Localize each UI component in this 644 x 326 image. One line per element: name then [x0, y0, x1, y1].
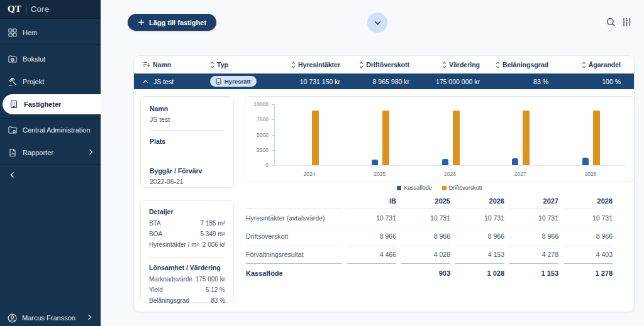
column-header-vardering[interactable]: Värdering — [409, 61, 480, 68]
sidebar-item-hem[interactable]: Hem — [0, 21, 101, 44]
detail-value: 5 349 m² — [201, 231, 225, 237]
legend-item: Driftöverskott — [442, 185, 482, 191]
pro-forma-row: Förvaltningsresultat 4 466 4 028 4 153 4… — [246, 246, 613, 264]
pf-cell: 8 966 — [455, 227, 504, 246]
properties-table-header: Namn Typ Hyresintäkter Driftöverskott Vä… — [134, 56, 634, 73]
detail-value: 2 006 kr — [203, 241, 225, 248]
cell-driftoverskott: 8 965 980 kr — [340, 78, 409, 85]
pf-cell: 8 966 — [347, 227, 396, 246]
main-area: Lägg till fastighet Namn Typ — [101, 0, 644, 326]
column-header-agarandel[interactable]: Ägarandel — [548, 61, 634, 68]
chart-bar-kassaflode — [442, 159, 448, 165]
sidebar-collapse-button[interactable] — [0, 165, 101, 186]
chart-legend: KassaflödeDriftöverskott — [245, 185, 635, 191]
detail-label: Yield — [149, 286, 163, 293]
detail-row: Hyresintäkter / m² 2 006 kr — [149, 241, 225, 252]
toolbar-icons — [606, 18, 631, 27]
pf-cell: 1 153 — [509, 264, 558, 282]
pf-cell: 4 403 — [564, 246, 613, 264]
field-value-namn: JS test — [150, 116, 225, 123]
pf-header-ib: IB — [347, 194, 396, 209]
pro-forma-table: IB 2025 2026 2027 2028 Hyresintäkter (av… — [246, 194, 613, 282]
pf-cell: 4 153 — [455, 246, 504, 264]
chart-bar-driftoverskott — [593, 111, 600, 165]
column-header-typ[interactable]: Typ — [208, 61, 284, 68]
search-icon[interactable] — [606, 18, 616, 27]
gavel-icon — [8, 77, 17, 86]
sidebar-user[interactable]: Marcus Fransson — [0, 310, 101, 326]
chart-bar-driftoverskott — [523, 111, 530, 165]
column-header-namn[interactable]: Namn — [134, 61, 208, 68]
pf-cell: 1 028 — [455, 264, 504, 282]
grid-icon — [8, 28, 17, 37]
y-tick-label: 7500 — [257, 116, 269, 122]
detail-value: 5.12 % — [206, 286, 225, 293]
chart-bar-driftoverskott — [453, 111, 460, 165]
logo-divider — [26, 5, 26, 14]
filter-sliders-icon[interactable] — [622, 18, 631, 27]
pf-cell: 10 731 — [455, 209, 504, 227]
sidebar-item-bokslut[interactable]: Bokslut — [0, 48, 101, 70]
pf-header-2025: 2025 — [401, 194, 450, 209]
y-tick-label: 2500 — [257, 147, 269, 153]
sidebar-item-label: Bokslut — [23, 55, 45, 63]
detail-label: Hyresintäkter / m² — [149, 241, 199, 248]
pro-forma-row: Driftsöverskott 8 966 8 966 8 966 8 966 … — [246, 227, 613, 246]
column-label: Driftöverskott — [366, 61, 409, 68]
column-header-belaningsgrad[interactable]: Belåningsgrad — [480, 61, 548, 68]
pf-row-label: Hyresintäkter (avtalsvärde) — [246, 209, 342, 227]
cell-vardering: 175 000 000 kr — [409, 78, 480, 85]
pf-cell: 8 966 — [509, 227, 558, 246]
pro-forma-row: Hyresintäkter (avtalsvärde) 10 731 10 73… — [246, 209, 613, 227]
field-value-byggar: 2022-06-21 — [150, 178, 225, 185]
pf-cell: 4 466 — [347, 246, 396, 264]
chart-bar-kassaflode — [582, 158, 589, 165]
detail-value: 175 000 kr — [196, 276, 225, 283]
expand-panel-button[interactable] — [367, 13, 387, 33]
cell-hyresintakter: 10 731 150 kr — [284, 78, 340, 85]
pf-cell: 10 731 — [347, 209, 396, 227]
sidebar-item-central-administration[interactable]: Central Administration — [0, 119, 101, 141]
cashflow-chart: 025005000750010000 20242025202620272028 — [245, 96, 635, 182]
sidebar-item-label: Central Administration — [23, 126, 91, 134]
sidebar-item-fastigheter[interactable]: Fastigheter — [3, 94, 101, 114]
column-label: Typ — [217, 61, 228, 68]
sidebar-item-rapporter[interactable]: Rapporter — [0, 141, 101, 164]
chevron-up-icon[interactable] — [143, 80, 148, 84]
divider — [149, 258, 225, 258]
detail-row: Belåningsgrad 83 % — [149, 297, 225, 308]
column-header-driftoverskott[interactable]: Driftöverskott — [340, 61, 409, 68]
y-tick-label: 5000 — [257, 132, 269, 138]
pf-row-label: Driftsöverskott — [246, 227, 342, 246]
detail-row: Yield 5.12 % — [149, 286, 225, 297]
logo-secondary: Core — [31, 4, 50, 14]
document-icon — [8, 148, 17, 157]
x-tick-label: 2027 — [514, 171, 526, 177]
sidebar-group-top: Hem — [0, 21, 101, 45]
chevron-down-icon — [374, 21, 381, 25]
app-root: QT Core Hem Bokslut Projekt Fastigheter — [0, 0, 644, 326]
property-details-card: Detaljer BTA 7 185 m² BOA 5 349 m² Hyres… — [140, 200, 234, 303]
chevron-right-icon — [89, 149, 93, 156]
column-label: Namn — [153, 61, 171, 68]
add-property-button[interactable]: Lägg till fastighet — [128, 14, 216, 31]
pro-forma-header: IB 2025 2026 2027 2028 — [246, 194, 613, 209]
pf-cell: 10 731 — [401, 209, 450, 227]
sidebar-item-projekt[interactable]: Projekt — [0, 70, 101, 93]
contract-icon — [216, 78, 221, 85]
pf-header-empty — [246, 194, 342, 209]
pf-cell: 4 028 — [401, 246, 450, 264]
legend-swatch — [442, 186, 447, 190]
divider — [150, 130, 225, 131]
property-row-selected[interactable]: JS test Hyresrätt 10 731 150 kr 8 965 98… — [134, 73, 634, 89]
pf-cell: 10 731 — [509, 209, 558, 227]
field-value-plats — [150, 148, 225, 156]
x-tick-label: 2026 — [444, 171, 456, 177]
column-header-hyresintakter[interactable]: Hyresintäkter — [284, 61, 340, 68]
detail-row: Marknadsvärde 175 000 kr — [149, 276, 225, 286]
field-label-plats: Plats — [150, 138, 225, 145]
y-tick-label: 0 — [265, 162, 269, 168]
pf-cell — [347, 264, 396, 282]
pf-row-label: Kassaflöde — [246, 264, 342, 282]
pf-row-label: Förvaltningsresultat — [246, 246, 342, 264]
